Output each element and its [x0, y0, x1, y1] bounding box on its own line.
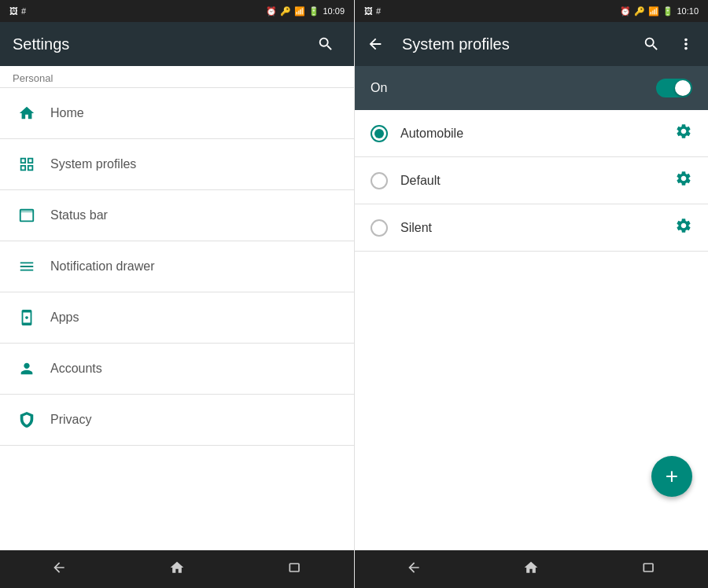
section-label-personal: Personal — [0, 66, 354, 88]
menu-label-apps: Apps — [50, 311, 79, 325]
menu-item-apps[interactable]: Apps — [0, 292, 354, 344]
hash-icon: # — [21, 6, 26, 16]
right-nav-bar — [355, 550, 708, 588]
left-time: 10:09 — [323, 6, 345, 16]
status-bar-icon — [13, 201, 41, 230]
status-bar-left-icons: 🖼 # — [9, 6, 26, 16]
menu-label-status-bar: Status bar — [50, 208, 108, 222]
profile-item-automobile[interactable]: Automobile — [355, 110, 708, 157]
menu-item-system-profiles[interactable]: System profiles — [0, 139, 354, 190]
left-back-button[interactable] — [35, 553, 83, 586]
settings-app-bar: Settings — [0, 22, 354, 66]
svg-rect-2 — [643, 564, 653, 571]
menu-item-notification-drawer[interactable]: Notification drawer — [0, 241, 354, 292]
battery-icon: 🔋 — [308, 6, 319, 17]
menu-item-status-bar[interactable]: Status bar — [0, 190, 354, 241]
home-icon — [13, 99, 41, 127]
profiles-toggle-switch[interactable] — [656, 79, 692, 97]
status-bar-right-icons: ⏰ 🔑 📶 🔋 10:09 — [266, 6, 345, 17]
key-icon: 🔑 — [280, 6, 291, 17]
right-recents-button[interactable] — [625, 553, 673, 586]
profile-item-default[interactable]: Default — [355, 157, 708, 204]
right-alarm-icon: ⏰ — [620, 6, 631, 17]
accounts-icon — [13, 355, 41, 383]
settings-panel: 🖼 # ⏰ 🔑 📶 🔋 10:09 Settings Personal — [0, 0, 354, 588]
system-profiles-app-bar: System profiles — [355, 22, 708, 66]
settings-search-button[interactable] — [310, 28, 341, 60]
right-key-icon: 🔑 — [634, 6, 645, 17]
right-status-bar-right: ⏰ 🔑 📶 🔋 10:10 — [620, 6, 699, 17]
right-home-button[interactable] — [507, 553, 555, 586]
right-back-button[interactable] — [390, 553, 437, 586]
signal-icon: 📶 — [294, 6, 305, 17]
right-image-icon: 🖼 — [364, 6, 373, 16]
more-options-button[interactable] — [670, 28, 702, 60]
right-hash-icon: # — [376, 6, 381, 16]
right-status-bar-left: 🖼 # — [364, 6, 381, 16]
settings-menu-list: Home System profiles Status bar — [0, 88, 354, 550]
left-home-button[interactable] — [153, 553, 201, 586]
automobile-settings-icon[interactable] — [675, 123, 692, 144]
system-profiles-title: System profiles — [402, 35, 632, 53]
svg-rect-1 — [289, 564, 299, 571]
left-nav-bar — [0, 550, 354, 588]
notification-drawer-icon — [13, 252, 41, 281]
alarm-icon: ⏰ — [266, 6, 277, 17]
left-recents-button[interactable] — [271, 553, 319, 586]
menu-label-privacy: Privacy — [50, 413, 91, 427]
profile-label-silent: Silent — [400, 221, 675, 235]
settings-title: Settings — [13, 35, 69, 53]
menu-item-privacy[interactable]: Privacy — [0, 395, 354, 446]
privacy-icon — [13, 406, 41, 434]
left-status-bar: 🖼 # ⏰ 🔑 📶 🔋 10:09 — [0, 0, 354, 22]
menu-item-accounts[interactable]: Accounts — [0, 344, 354, 395]
image-icon: 🖼 — [9, 6, 18, 16]
menu-label-system-profiles: System profiles — [50, 157, 136, 171]
menu-item-home[interactable]: Home — [0, 88, 354, 139]
menu-label-notification-drawer: Notification drawer — [50, 259, 155, 274]
right-signal-icon: 📶 — [648, 6, 659, 17]
profiles-toggle-label: On — [371, 81, 387, 95]
system-profiles-search-button[interactable] — [636, 28, 667, 60]
right-content-wrapper: Automobile Default — [355, 110, 708, 550]
profile-item-silent[interactable]: Silent — [355, 204, 708, 252]
profile-label-default: Default — [400, 174, 675, 188]
system-profiles-icon — [13, 150, 41, 178]
menu-label-accounts: Accounts — [50, 362, 102, 376]
back-button[interactable] — [358, 27, 393, 61]
menu-label-home: Home — [50, 106, 84, 120]
right-battery-icon: 🔋 — [662, 6, 673, 17]
apps-icon — [13, 303, 41, 332]
add-profile-fab[interactable]: + — [651, 456, 692, 497]
system-profiles-panel: 🖼 # ⏰ 🔑 📶 🔋 10:10 System profiles — [354, 0, 708, 588]
default-settings-icon[interactable] — [675, 170, 692, 191]
right-status-bar: 🖼 # ⏰ 🔑 📶 🔋 10:10 — [355, 0, 708, 22]
radio-automobile[interactable] — [371, 125, 388, 142]
right-time: 10:10 — [677, 6, 699, 16]
radio-default[interactable] — [371, 172, 388, 189]
profile-label-automobile: Automobile — [400, 127, 675, 141]
add-icon: + — [666, 464, 678, 489]
radio-silent[interactable] — [371, 219, 388, 237]
profiles-toggle-row: On — [355, 66, 708, 110]
silent-settings-icon[interactable] — [675, 217, 692, 238]
